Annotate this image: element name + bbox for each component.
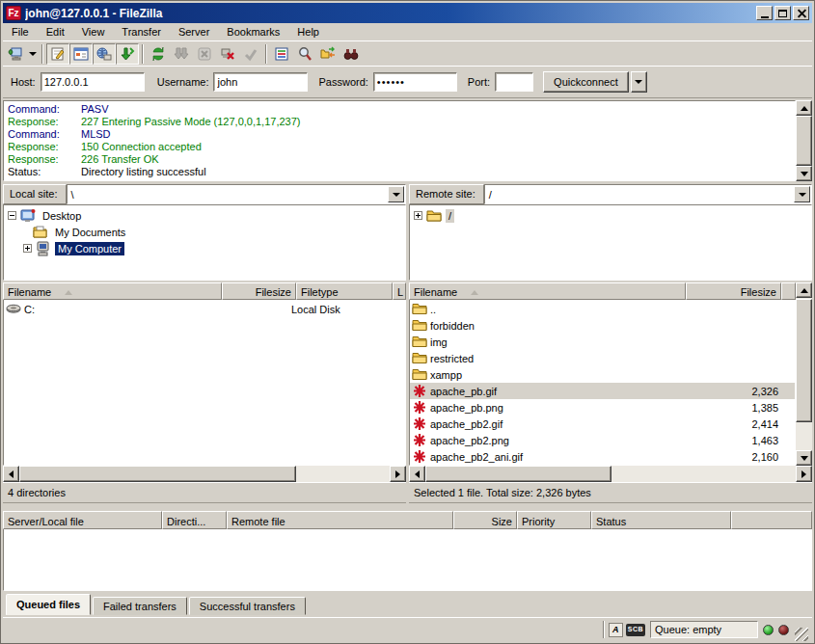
quickconnect-bar: Host: Username: Password: Port: Quickcon… [3, 66, 812, 98]
scroll-up-button[interactable] [796, 282, 812, 298]
column-header-server-local-file[interactable]: Server/Local file [3, 511, 162, 529]
reconnect-button[interactable] [239, 43, 262, 65]
file-row[interactable]: .. [410, 301, 795, 317]
remote-list-body[interactable]: .. forbidden img restricted xampp [409, 300, 796, 466]
find-files-button[interactable] [340, 43, 363, 65]
scroll-down-button[interactable] [796, 450, 812, 466]
site-manager-dropdown[interactable] [26, 43, 39, 65]
host-input[interactable] [41, 72, 145, 92]
log-vertical-scrollbar[interactable] [796, 100, 812, 181]
remote-site-combo[interactable]: / [484, 184, 812, 204]
scrollbar-thumb[interactable] [796, 299, 812, 422]
file-row[interactable]: forbidden [410, 317, 795, 334]
tree-item-desktop[interactable]: Desktop [4, 207, 405, 224]
remote-site-dropdown[interactable] [794, 186, 810, 202]
file-row[interactable]: xampp [410, 366, 795, 383]
file-row[interactable]: apache_pb2.gif 2,414 [410, 416, 795, 432]
message-log[interactable]: Command:PASV Response:227 Entering Passi… [3, 100, 796, 181]
column-header-direction[interactable]: Directi... [162, 511, 227, 529]
synchronized-browsing-button[interactable] [316, 43, 340, 65]
filter-button[interactable] [270, 43, 293, 65]
file-row[interactable]: apache_pb2.png 1,463 [410, 432, 795, 448]
queue-status-text: Queue: empty [650, 621, 758, 638]
collapse-expander[interactable] [8, 211, 16, 220]
queue-list[interactable] [3, 529, 812, 591]
scroll-up-button[interactable] [796, 100, 812, 116]
file-name: apache_pb2.gif [430, 418, 686, 430]
menu-file[interactable]: File [3, 24, 38, 40]
remote-horizontal-scrollbar[interactable] [409, 466, 812, 482]
column-header-remote-file[interactable]: Remote file [227, 511, 453, 529]
file-row[interactable]: apache_pb.png 1,385 [410, 399, 795, 416]
tab-failed-transfers[interactable]: Failed transfers [93, 597, 187, 615]
file-row[interactable]: C: Local Disk [4, 301, 405, 317]
tab-successful-transfers[interactable]: Successful transfers [189, 597, 306, 615]
directory-comparison-button[interactable] [293, 43, 316, 65]
column-header-filename[interactable]: Filename [409, 282, 686, 300]
column-header-filesize[interactable]: Filesize [222, 282, 296, 300]
column-header-filename[interactable]: Filename [3, 282, 222, 300]
scroll-right-button[interactable] [390, 466, 406, 482]
scroll-left-button[interactable] [409, 466, 425, 482]
maximize-icon [778, 10, 787, 17]
process-queue-button[interactable] [170, 43, 193, 65]
tree-item-my-computer[interactable]: My Computer [4, 240, 405, 256]
disconnect-button[interactable] [216, 43, 239, 65]
tab-queued-files[interactable]: Queued files [6, 594, 91, 615]
scroll-down-button[interactable] [796, 166, 812, 181]
local-horizontal-scrollbar[interactable] [3, 466, 406, 482]
tree-item-root[interactable]: / [410, 207, 811, 224]
local-site-dropdown[interactable] [388, 186, 404, 202]
resize-grip[interactable] [795, 628, 808, 641]
remote-tree[interactable]: / [409, 204, 812, 281]
file-row[interactable]: apache_pb2_ani.gif 2,160 [410, 448, 795, 465]
minimize-button[interactable] [756, 6, 773, 20]
remote-list-vertical-scrollbar[interactable] [796, 282, 812, 466]
site-manager-button[interactable] [3, 43, 26, 65]
close-button[interactable] [793, 6, 809, 20]
scroll-left-button[interactable] [3, 466, 19, 482]
file-row[interactable]: restricted [410, 350, 795, 366]
tree-label-selected: / [446, 209, 454, 223]
maximize-button[interactable] [774, 6, 791, 20]
expand-expander[interactable] [23, 244, 32, 253]
quickconnect-button[interactable]: Quickconnect [543, 71, 629, 93]
toggle-transfer-queue-button[interactable] [116, 43, 139, 65]
local-site-combo[interactable]: \ [67, 184, 406, 204]
transfer-type-indicator-icon[interactable]: A [609, 623, 623, 637]
menu-bookmarks[interactable]: Bookmarks [218, 24, 288, 40]
column-header-lastmodified[interactable]: L [393, 282, 406, 300]
scroll-right-button[interactable] [796, 466, 812, 482]
port-input[interactable] [495, 72, 533, 92]
column-header-filesize[interactable]: Filesize [686, 282, 781, 300]
computer-icon [36, 241, 52, 256]
local-list-body[interactable]: C: Local Disk [3, 300, 406, 466]
menu-view[interactable]: View [73, 24, 114, 40]
folder-icon [412, 318, 427, 333]
toggle-remote-tree-button[interactable] [93, 43, 116, 65]
scrollbar-thumb[interactable] [796, 116, 812, 166]
column-header-filetype[interactable]: Filetype [296, 282, 393, 300]
username-input[interactable] [213, 72, 308, 92]
cancel-operation-button[interactable] [193, 43, 216, 65]
toggle-local-tree-button[interactable] [69, 43, 93, 65]
column-header-size[interactable]: Size [453, 511, 517, 529]
toggle-message-log-button[interactable] [46, 43, 69, 65]
title-bar[interactable]: Fz john@127.0.0.1 - FileZilla [3, 3, 812, 23]
password-input[interactable] [373, 72, 457, 92]
file-row[interactable]: img [410, 334, 795, 350]
column-header-priority[interactable]: Priority [517, 511, 591, 529]
column-header-status[interactable]: Status [591, 511, 731, 529]
scrollbar-thumb[interactable] [425, 466, 611, 482]
menu-server[interactable]: Server [170, 24, 218, 40]
expand-expander[interactable] [414, 211, 422, 220]
file-row-selected[interactable]: apache_pb.gif 2,326 [410, 383, 795, 399]
menu-edit[interactable]: Edit [38, 24, 73, 40]
tree-item-my-documents[interactable]: My Documents [4, 224, 405, 240]
scrollbar-thumb[interactable] [19, 466, 296, 482]
refresh-button[interactable] [147, 43, 170, 65]
quickconnect-dropdown[interactable] [631, 71, 647, 93]
local-tree[interactable]: Desktop My Documents My Computer [3, 204, 406, 281]
menu-transfer[interactable]: Transfer [113, 24, 170, 40]
menu-help[interactable]: Help [288, 24, 328, 40]
